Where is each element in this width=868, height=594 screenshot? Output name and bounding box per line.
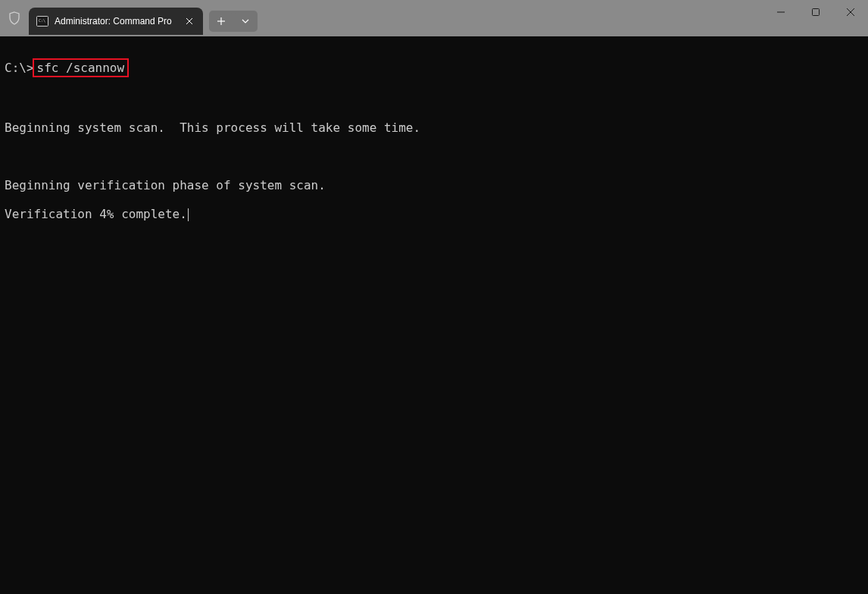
new-tab-button[interactable] [211,12,232,30]
plus-icon [217,17,225,25]
close-window-button[interactable] [833,0,868,24]
tab-title: Administrator: Command Pro [55,16,176,27]
close-icon [186,17,193,25]
command-highlight: sfc /scannow [33,58,130,77]
tab-actions [209,11,258,32]
terminal-line: Verification 4% complete. [5,207,863,221]
tab-close-button[interactable] [182,14,197,29]
chevron-down-icon [242,19,249,23]
svg-text:C:\: C:\ [39,18,45,23]
terminal-line [5,92,863,106]
maximize-icon [812,8,820,16]
titlebar: C:\ Administrator: Command Pro [0,0,868,36]
terminal-line: Beginning verification phase of system s… [5,178,863,192]
close-icon [847,8,854,16]
window-controls [763,0,868,36]
terminal-line: Beginning system scan. This process will… [5,120,863,135]
svg-rect-7 [813,9,820,16]
shield-badge [0,0,29,36]
terminal-output[interactable]: C:\>sfc /scannow Beginning system scan. … [0,36,868,594]
terminal-tab[interactable]: C:\ Administrator: Command Pro [29,8,203,35]
minimize-icon [777,8,785,16]
shield-icon [8,11,20,25]
cmd-icon: C:\ [36,16,48,27]
terminal-line [5,149,863,164]
maximize-button[interactable] [798,0,833,24]
cursor [188,208,189,221]
minimize-button[interactable] [763,0,798,24]
prompt: C:\> [5,61,34,75]
tab-dropdown-button[interactable] [235,12,256,30]
